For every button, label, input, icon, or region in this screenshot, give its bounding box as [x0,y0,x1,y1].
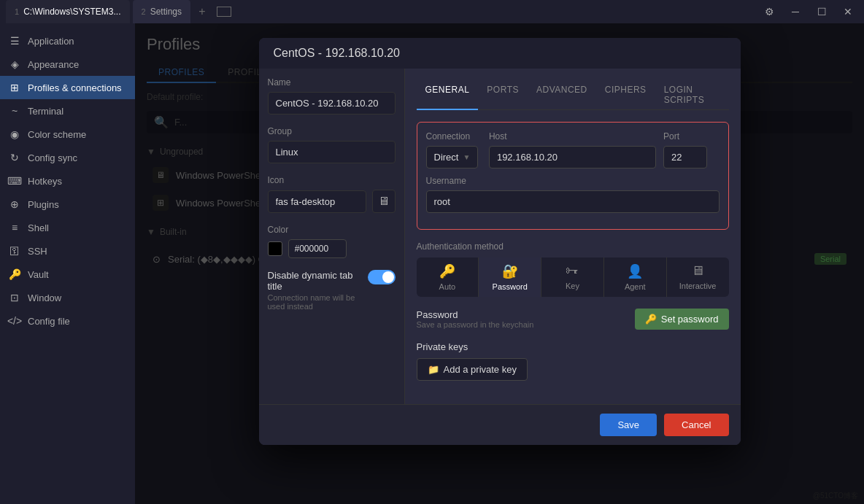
icon-label: Icon [268,175,396,185]
auth-method-interactive[interactable]: 🖥 Interactive [667,257,729,297]
sidebar-label-plugins: Plugins [28,199,59,210]
username-field: Username [426,176,720,213]
form-group-group: Group [268,126,396,163]
color-swatch[interactable] [268,241,282,256]
appearance-icon: ◈ [9,58,20,70]
sidebar-item-application[interactable]: ☰ Application [0,29,135,53]
auth-method-agent[interactable]: 👤 Agent [604,257,667,297]
set-password-label: Set password [661,314,719,325]
sidebar-label-config-file: Config file [28,316,70,327]
cancel-button[interactable]: Cancel [664,414,728,436]
sidebar-item-profiles[interactable]: ⊞ Profiles & connections [0,76,135,99]
modal-tab-ciphers[interactable]: CIPHERS [596,80,655,109]
password-subtitle: Save a password in the keychain [417,320,534,329]
tab-1[interactable]: 1 C:\Windows\SYSTEM3... [6,0,130,23]
port-input[interactable] [663,146,707,168]
toggle-subtitle: Connection name will be used instead [268,293,359,311]
color-input[interactable] [288,239,347,258]
sidebar-item-terminal[interactable]: ~ Terminal [0,99,135,123]
connection-label: Connection [426,131,482,141]
port-label: Port [663,131,719,141]
set-password-icon: 🔑 [645,314,657,325]
auto-icon: 🔑 [439,263,455,279]
modal-tab-login-scripts[interactable]: LOGIN SCRIPTS [655,80,729,109]
main-layout: ☰ Application ◈ Appearance ⊞ Profiles & … [0,23,864,504]
toggle-title: Disable dynamic tab title [268,270,359,292]
modal-right-panel: GENERAL PORTS ADVANCED CIPHERS LOGIN SCR… [405,69,741,404]
modal-footer: Save Cancel [259,404,741,445]
password-icon: 🔐 [502,263,518,279]
add-key-label: Add a private key [444,364,517,375]
sidebar-item-color-scheme[interactable]: ◉ Color scheme [0,123,135,146]
tab1-label: C:\Windows\SYSTEM3... [23,7,120,17]
username-input[interactable] [426,190,720,213]
folder-icon: 📁 [428,364,439,375]
connection-field: Connection Direct ▼ [426,131,482,168]
settings-button[interactable]: ⚙ [759,1,779,22]
password-title: Password [417,309,534,320]
title-bar: 1 C:\Windows\SYSTEM3... 2 Settings + ⚙ ─… [0,0,864,23]
private-keys-label: Private keys [417,341,729,352]
set-password-button[interactable]: 🔑 Set password [635,309,729,330]
sidebar-label-config-sync: Config sync [28,152,77,163]
auth-label-key: Key [566,282,579,290]
add-private-key-button[interactable]: 📁 Add a private key [417,358,528,381]
auth-section: Authentication method 🔑 Auto 🔐 Password [417,241,729,297]
sidebar-item-hotkeys[interactable]: ⌨ Hotkeys [0,169,135,193]
close-button[interactable]: ✕ [838,1,858,22]
sidebar-item-shell[interactable]: ≡ Shell [0,216,135,239]
sidebar-item-appearance[interactable]: ◈ Appearance [0,53,135,76]
new-tab-button[interactable]: + [193,3,211,20]
maximize-button[interactable]: ☐ [811,1,832,22]
auth-method-auto[interactable]: 🔑 Auto [417,257,479,297]
group-label: Group [268,126,396,136]
port-field: Port [663,131,719,168]
conn-row-2: Username [426,176,720,213]
tab2-label: Settings [150,7,182,17]
name-input[interactable] [268,92,396,115]
save-button[interactable]: Save [600,414,657,436]
modal-tabs: GENERAL PORTS ADVANCED CIPHERS LOGIN SCR… [417,80,729,110]
auth-method-key[interactable]: 🗝 Key [541,257,604,297]
host-input[interactable] [489,146,656,168]
auth-label: Authentication method [417,241,729,252]
password-section: Password Save a password in the keychain… [417,309,729,330]
conn-row-1: Connection Direct ▼ Host [426,131,720,168]
terminal-icon: ~ [9,105,20,117]
icon-preview: 🖥 [372,190,396,213]
auth-label-password: Password [493,282,528,291]
auth-method-password[interactable]: 🔐 Password [479,257,541,297]
window-icon: ⊡ [9,292,20,303]
sidebar-item-config-file[interactable]: </> Config file [0,309,135,333]
form-group-color: Color [268,225,396,258]
connection-type-label: Direct [434,152,459,163]
icon-row: 🖥 [268,190,396,213]
modal-tab-advanced[interactable]: ADVANCED [528,80,596,109]
agent-icon: 👤 [627,263,643,279]
icon-input[interactable] [268,190,366,213]
group-input[interactable] [268,141,396,163]
profiles-icon: ⊞ [9,82,20,93]
tab1-num: 1 [15,7,19,16]
password-info: Password Save a password in the keychain [417,309,534,329]
sidebar-label-profiles: Profiles & connections [28,82,122,93]
modal-body: Name Group Icon 🖥 [259,69,741,404]
auth-label-interactive: Interactive [679,282,717,290]
shell-icon: ≡ [9,222,20,233]
key-icon: 🗝 [566,263,579,279]
tab-2[interactable]: 2 Settings [133,0,190,23]
sidebar-item-config-sync[interactable]: ↻ Config sync [0,146,135,169]
sidebar-item-ssh[interactable]: ⚿ SSH [0,239,135,263]
modal-tab-ports[interactable]: PORTS [478,80,528,109]
connection-dropdown[interactable]: Direct ▼ [426,146,479,168]
minimize-button[interactable]: ─ [785,1,806,22]
modal-tab-general[interactable]: GENERAL [417,80,479,110]
sidebar-item-window[interactable]: ⊡ Window [0,286,135,309]
dynamic-tab-toggle[interactable] [368,270,396,284]
host-field: Host [489,131,656,168]
modal-title: CentOS - 192.168.10.20 [259,38,741,69]
sidebar-item-plugins[interactable]: ⊕ Plugins [0,193,135,216]
plugins-icon: ⊕ [9,198,20,210]
interactive-icon: 🖥 [691,263,704,279]
sidebar-item-vault[interactable]: 🔑 Vault [0,263,135,286]
